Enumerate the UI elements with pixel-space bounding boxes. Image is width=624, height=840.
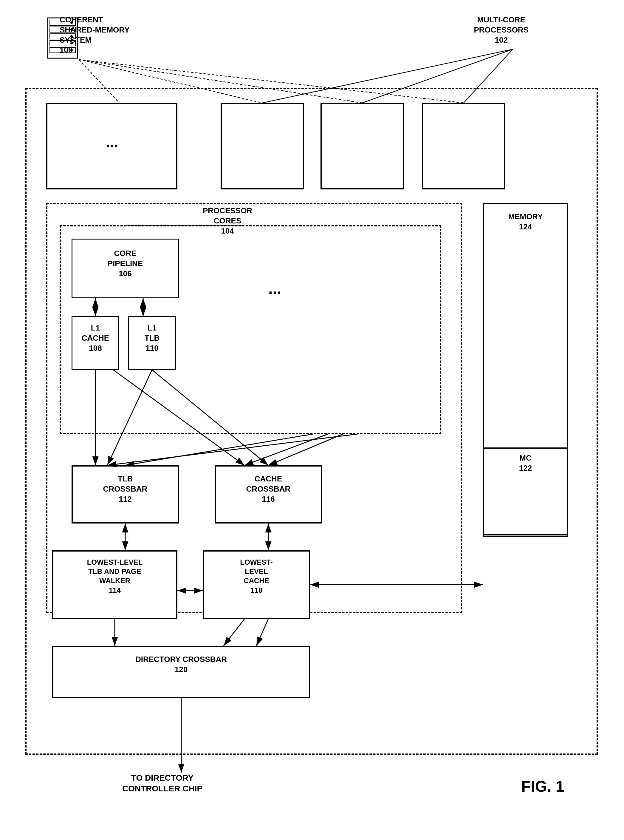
l1-cache-label: L1CACHE108 — [73, 323, 118, 353]
lowest-cache-box: LOWEST-LEVELCACHE118 — [203, 550, 310, 619]
core-pipeline-label: COREPIPELINE106 — [73, 249, 178, 278]
lowest-cache-label: LOWEST-LEVELCACHE118 — [204, 557, 309, 595]
processor-box-mid2 — [320, 103, 404, 189]
processor-box-mid3 — [422, 103, 505, 189]
l1-tlb-label: L1TLB110 — [129, 323, 175, 353]
lowest-tlb-label: LOWEST-LEVELTLB AND PAGEWALKER114 — [53, 557, 176, 595]
processor-box-mid1 — [221, 103, 304, 189]
ellipsis-cores: ··· — [268, 283, 281, 301]
memory-label: MEMORY124 — [486, 212, 565, 232]
to-directory-label: TO DIRECTORYCONTROLLER CHIP — [122, 773, 202, 794]
cache-crossbar-box: CACHECROSSBAR116 — [215, 465, 322, 523]
tlb-crossbar-box: TLBCROSSBAR112 — [71, 465, 179, 523]
fig-label: FIG. 1 — [521, 777, 564, 795]
coherent-system-label: COHERENTSHARED-MEMORYSYSTEM100 — [60, 15, 130, 55]
directory-crossbar-label: DIRECTORY CROSSBAR120 — [53, 654, 309, 675]
l1-tlb-box: L1TLB110 — [128, 316, 176, 370]
diagram: COHERENTSHARED-MEMORYSYSTEM100 MULTI-COR… — [0, 0, 624, 840]
core-pipeline-box: COREPIPELINE106 — [71, 239, 179, 298]
l1-cache-box: L1CACHE108 — [71, 316, 119, 370]
processor-box-left: ··· — [46, 103, 178, 189]
multi-core-label: MULTI-COREPROCESSORS102 — [474, 15, 529, 45]
tlb-crossbar-label: TLBCROSSBAR112 — [73, 474, 178, 504]
lowest-tlb-box: LOWEST-LEVELTLB AND PAGEWALKER114 — [52, 550, 178, 619]
mc-box: MC122 — [483, 447, 568, 535]
directory-crossbar-box: DIRECTORY CROSSBAR120 — [52, 646, 310, 698]
mc-label: MC122 — [484, 453, 567, 473]
cache-crossbar-label: CACHECROSSBAR116 — [216, 474, 321, 504]
